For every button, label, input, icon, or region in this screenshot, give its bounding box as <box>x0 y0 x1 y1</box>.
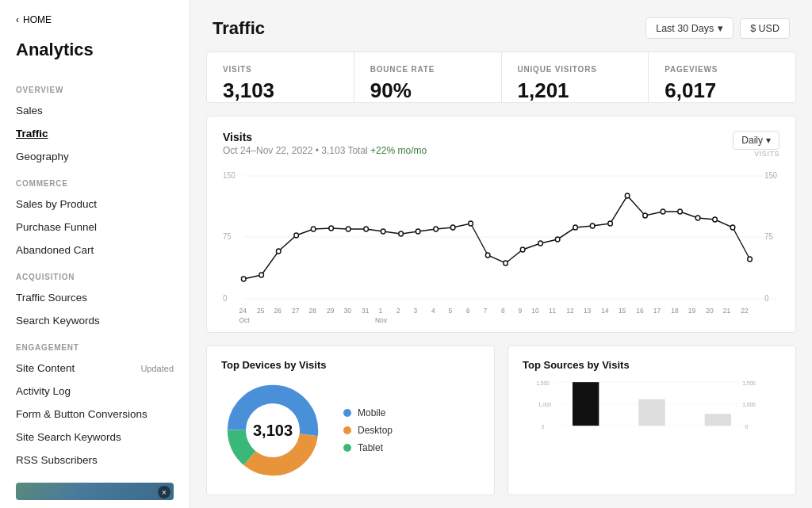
sidebar-item-rss[interactable]: RSS Subscribers <box>0 449 190 472</box>
svg-point-33 <box>661 209 665 214</box>
svg-text:1,000: 1,000 <box>742 402 756 407</box>
svg-point-18 <box>399 231 404 236</box>
svg-text:1,500: 1,500 <box>536 380 550 386</box>
stat-bounce-value: 90% <box>370 78 485 103</box>
sidebar-item-site-search[interactable]: Site Search Keywords <box>0 426 190 449</box>
period-label: Last 30 Days <box>656 23 714 34</box>
thumbnail-close-button[interactable]: × <box>158 486 170 498</box>
sidebar-item-traffic[interactable]: Traffic <box>0 122 190 145</box>
bar-bing <box>705 414 731 426</box>
svg-text:21: 21 <box>723 307 731 315</box>
interval-label: Daily <box>741 135 763 146</box>
sidebar-item-label: Purchase Funnel <box>16 221 97 233</box>
sidebar-item-label: Site Search Keywords <box>16 431 121 443</box>
sidebar-item-activity-log[interactable]: Activity Log <box>0 380 190 403</box>
svg-text:150: 150 <box>223 171 236 180</box>
svg-point-35 <box>695 216 700 220</box>
visits-chart-svg: 150 75 0 150 75 0 <box>223 164 779 323</box>
close-icon: × <box>162 488 167 497</box>
bar-google <box>638 399 665 426</box>
svg-text:17: 17 <box>653 307 661 315</box>
svg-point-20 <box>434 227 439 231</box>
stat-pageviews-label: PAGEVIEWS <box>665 65 779 74</box>
chart-interval-dropdown[interactable]: Daily ▾ <box>733 131 779 150</box>
svg-text:30: 30 <box>344 307 352 315</box>
svg-point-25 <box>520 247 525 252</box>
svg-text:14: 14 <box>601 307 609 315</box>
mobile-label: Mobile <box>358 407 385 418</box>
svg-text:3: 3 <box>414 307 418 315</box>
sidebar-item-sales[interactable]: Sales <box>0 99 190 122</box>
sidebar-item-search-keywords[interactable]: Search Keywords <box>0 309 190 332</box>
sidebar-item-form-button[interactable]: Form & Button Conversions <box>0 403 190 426</box>
currency-dropdown[interactable]: $ USD <box>740 18 790 39</box>
svg-point-10 <box>259 273 264 277</box>
desktop-dot <box>343 426 351 434</box>
bottom-row: Top Devices by Visits 3,103 <box>206 346 796 495</box>
analytics-title: Analytics <box>0 33 190 74</box>
devices-panel: Top Devices by Visits 3,103 <box>206 346 495 495</box>
donut-chart: 3,103 <box>221 379 324 482</box>
sources-chart-svg: 1,500 1,000 0 1,500 1,000 0 <box>523 379 781 458</box>
svg-point-14 <box>329 226 334 231</box>
chart-highlight: +22% mo/mo <box>370 145 427 156</box>
section-label-commerce: COMMERCE <box>0 168 190 193</box>
sidebar: ‹ HOME Analytics OVERVIEW Sales Traffic … <box>0 0 190 508</box>
svg-text:150: 150 <box>764 171 777 180</box>
stat-unique-label: UNIQUE VISITORS <box>518 65 633 74</box>
sidebar-item-label: Traffic Sources <box>16 292 87 304</box>
svg-text:16: 16 <box>636 307 644 315</box>
main-content: Traffic Last 30 Days ▾ $ USD VISITS 3,10… <box>190 0 812 508</box>
donut-area: 3,103 Mobile Desktop Tablet <box>221 379 480 482</box>
donut-total: 3,103 <box>253 422 293 440</box>
section-label-acquisition: ACQUISITION <box>0 262 190 286</box>
sidebar-item-sales-by-product[interactable]: Sales by Product <box>0 193 190 216</box>
visits-chart-section: Visits Oct 24–Nov 22, 2022 • 3,103 Total… <box>206 116 796 333</box>
svg-text:0: 0 <box>542 424 545 430</box>
svg-point-26 <box>538 241 543 246</box>
svg-point-12 <box>294 233 299 238</box>
sidebar-item-geography[interactable]: Geography <box>0 145 190 168</box>
svg-point-30 <box>608 221 613 226</box>
sidebar-item-label: Sales <box>16 105 43 116</box>
stat-pageviews: PAGEVIEWS 6,017 +22% mo/mo <box>649 52 795 102</box>
sidebar-item-label: Search Keywords <box>16 315 100 327</box>
sources-title: Top Sources by Visits <box>523 359 781 371</box>
stat-unique-visitors: UNIQUE VISITORS 1,201 +19% mo/mo <box>502 52 649 102</box>
stat-bounce-label: BOUNCE RATE <box>370 65 485 74</box>
sidebar-item-site-content[interactable]: Site Content Updated <box>0 357 190 380</box>
svg-text:27: 27 <box>292 307 300 315</box>
sidebar-item-label: Geography <box>16 151 69 162</box>
sidebar-item-traffic-sources[interactable]: Traffic Sources <box>0 286 190 309</box>
sidebar-item-label: RSS Subscribers <box>16 454 98 466</box>
svg-text:22: 22 <box>741 307 749 315</box>
svg-text:1,500: 1,500 <box>742 380 756 386</box>
visits-chart-area: VISITS 150 75 0 150 75 0 <box>223 164 779 323</box>
svg-text:0: 0 <box>223 294 227 303</box>
sidebar-item-purchase-funnel[interactable]: Purchase Funnel <box>0 216 190 239</box>
svg-text:13: 13 <box>584 307 592 315</box>
svg-text:11: 11 <box>549 307 557 315</box>
sidebar-item-label: Traffic <box>16 128 48 139</box>
svg-text:18: 18 <box>671 307 679 315</box>
mobile-dot <box>343 409 351 417</box>
svg-point-9 <box>241 277 246 281</box>
back-button[interactable]: ‹ HOME <box>0 0 190 33</box>
svg-text:24: 24 <box>239 307 247 315</box>
chart-title: Visits <box>223 131 427 143</box>
sidebar-item-abandoned-cart[interactable]: Abandoned Cart <box>0 239 190 262</box>
stat-visits-label: VISITS <box>223 65 338 74</box>
devices-title: Top Devices by Visits <box>221 359 480 371</box>
svg-point-23 <box>485 253 490 258</box>
svg-text:20: 20 <box>706 307 714 315</box>
svg-text:5: 5 <box>449 307 453 315</box>
period-dropdown[interactable]: Last 30 Days ▾ <box>645 17 733 39</box>
donut-center-value: 3,103 <box>221 379 324 482</box>
svg-point-36 <box>713 217 718 222</box>
bar-direct <box>573 382 599 426</box>
svg-text:2: 2 <box>396 307 400 315</box>
currency-label: $ USD <box>750 23 779 34</box>
svg-text:0: 0 <box>745 424 749 430</box>
chevron-down-icon: ▾ <box>718 22 723 34</box>
section-label-overview: OVERVIEW <box>0 74 190 99</box>
